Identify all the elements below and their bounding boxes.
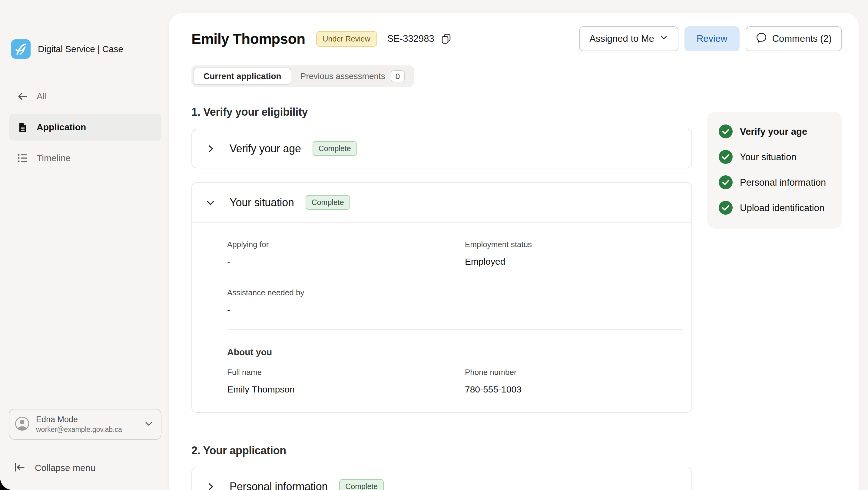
comment-icon — [756, 32, 767, 45]
check-circle-icon — [719, 124, 733, 139]
accordion-title: Your situation — [229, 196, 294, 209]
tab-current-application[interactable]: Current application — [193, 67, 291, 85]
chevron-right-icon — [205, 482, 216, 490]
field-applying-for: Applying for - — [227, 240, 465, 267]
header-actions: Assigned to Me Review — [579, 26, 842, 51]
chevron-right-icon — [205, 144, 216, 153]
user-name: Edna Mode — [36, 415, 137, 424]
user-menu[interactable]: Edna Mode worker@example.gov.ab.ca — [9, 409, 161, 440]
sidebar-item-label: Application — [37, 122, 86, 132]
field-value: - — [227, 256, 465, 267]
user-email: worker@example.gov.ab.ca — [36, 426, 137, 434]
collapse-menu-label: Collapse menu — [35, 463, 95, 473]
field-label: Applying for — [227, 240, 465, 249]
brand-title: Digital Service | Case — [38, 44, 123, 54]
field-value: Employed — [465, 256, 682, 267]
sidebar-footer: Edna Mode worker@example.gov.ab.ca Colla… — [9, 409, 161, 479]
checklist-item-label: Upload identification — [740, 201, 825, 215]
check-circle-icon — [719, 175, 733, 189]
field-value: - — [227, 305, 465, 315]
complete-badge: Complete — [313, 141, 357, 156]
complete-badge: Complete — [339, 479, 384, 490]
chevron-down-icon — [205, 198, 216, 207]
sidebar-item-label: Timeline — [37, 153, 70, 163]
comments-button[interactable]: Comments (2) — [746, 26, 842, 51]
checklist-item-label: Verify your age — [740, 124, 807, 139]
accordion-header[interactable]: Verify your age Complete — [192, 129, 691, 168]
field-full-name: Full name Emily Thompson — [227, 368, 465, 395]
application-sections: 1. Verify your eligibility Verify your a… — [191, 106, 692, 490]
review-button[interactable]: Review — [684, 26, 740, 51]
field-value: Emily Thompson — [227, 384, 465, 395]
assigned-dropdown[interactable]: Assigned to Me — [579, 26, 678, 51]
check-circle-icon — [719, 201, 733, 215]
progress-rail: Verify your age Your situation — [707, 106, 842, 490]
accordion-verify-your-age: Verify your age Complete — [191, 129, 692, 169]
field-assistance-needed-by: Assistance needed by - — [227, 288, 465, 315]
field-label: Full name — [227, 368, 465, 377]
case-header: Emily Thompson Under Review SE-332983 As… — [191, 26, 842, 52]
user-info: Edna Mode worker@example.gov.ab.ca — [36, 415, 137, 434]
case-id: SE-332983 — [388, 33, 434, 44]
field-label: Phone number — [465, 368, 682, 377]
about-you-heading: About you — [227, 347, 682, 357]
checklist-item-upload-identification[interactable]: Upload identification — [719, 201, 831, 215]
accordion-title: Verify your age — [229, 142, 301, 155]
list-icon — [16, 151, 29, 165]
accordion-body: Applying for - Employment status Employe… — [192, 223, 691, 412]
page-title: Emily Thompson — [191, 31, 305, 47]
field-row: Applying for - Employment status Employe… — [227, 240, 682, 267]
collapse-menu-button[interactable]: Collapse menu — [9, 457, 161, 479]
checklist-item-label: Your situation — [740, 150, 797, 164]
field-label: Employment status — [465, 240, 682, 249]
accordion-personal-information: Personal information Complete — [191, 467, 692, 490]
avatar-icon — [15, 417, 29, 432]
back-arrow-icon — [16, 90, 29, 103]
tab-previous-assessments[interactable]: Previous assessments 0 — [293, 67, 412, 85]
accordion-title: Personal information — [229, 480, 328, 490]
comments-button-label: Comments (2) — [772, 33, 832, 44]
section-2-title: 2. Your application — [191, 444, 692, 457]
alberta-logo-icon — [11, 39, 31, 59]
section-1-title: 1. Verify your eligibility — [191, 106, 692, 118]
field-row: Assistance needed by - — [227, 288, 682, 315]
tab-label: Previous assessments — [301, 71, 385, 81]
brand: Digital Service | Case — [11, 39, 169, 59]
checklist-item-verify-your-age[interactable]: Verify your age — [719, 124, 831, 139]
document-icon — [16, 121, 29, 134]
sidebar-item-all[interactable]: All — [9, 83, 161, 110]
accordion-your-situation: Your situation Complete Applying for - E… — [191, 182, 692, 413]
complete-badge: Complete — [306, 195, 350, 210]
field-value: 780-555-1003 — [465, 384, 682, 395]
accordion-header[interactable]: Your situation Complete — [192, 183, 691, 222]
app-root: Digital Service | Case All — [0, 0, 868, 490]
field-employment-status: Employment status Employed — [465, 240, 682, 267]
tab-label: Current application — [204, 71, 281, 81]
sidebar-item-label: All — [37, 91, 46, 101]
field-row: Full name Emily Thompson Phone number 78… — [227, 368, 682, 395]
sidebar-nav: All Application — [0, 83, 169, 172]
sidebar-item-application[interactable]: Application — [9, 114, 161, 141]
field-label: Assistance needed by — [227, 288, 465, 297]
assigned-dropdown-label: Assigned to Me — [589, 33, 654, 44]
sidebar-item-timeline[interactable]: Timeline — [9, 145, 161, 172]
status-badge: Under Review — [316, 31, 377, 47]
collapse-icon — [13, 461, 26, 475]
chevron-down-icon — [660, 33, 668, 44]
check-circle-icon — [719, 150, 733, 164]
chevron-down-icon — [144, 419, 154, 430]
checklist-item-label: Personal information — [740, 175, 826, 189]
main-content: Emily Thompson Under Review SE-332983 As… — [169, 13, 859, 490]
tab-bar: Current application Previous assessments… — [191, 65, 414, 87]
sidebar: Digital Service | Case All — [0, 0, 169, 490]
accordion-header[interactable]: Personal information Complete — [192, 467, 691, 490]
divider — [227, 330, 682, 330]
progress-checklist: Verify your age Your situation — [707, 112, 842, 228]
checklist-item-personal-information[interactable]: Personal information — [719, 175, 831, 189]
tab-count-badge: 0 — [391, 70, 405, 82]
field-phone-number: Phone number 780-555-1003 — [465, 368, 682, 395]
review-button-label: Review — [696, 33, 727, 44]
content-row: 1. Verify your eligibility Verify your a… — [191, 106, 842, 490]
copy-icon[interactable] — [440, 33, 452, 44]
checklist-item-your-situation[interactable]: Your situation — [719, 150, 831, 164]
